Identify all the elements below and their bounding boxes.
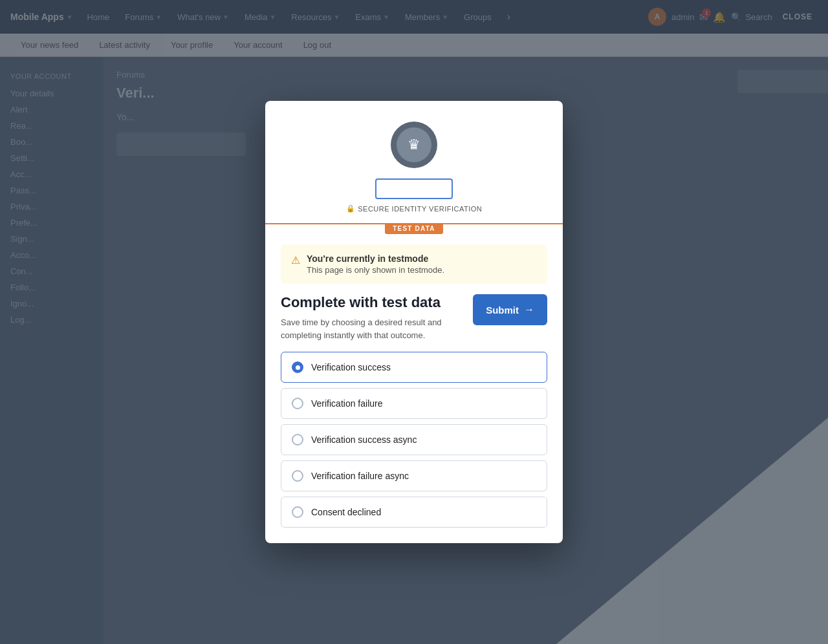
complete-desc: Save time by choosing a desired result a… [281,316,465,341]
warning-icon: ⚠ [291,254,300,266]
secure-label: 🔒 SECURE IDENTITY VERIFICATION [346,204,483,213]
modal-overlay: ♛ 🔒 SECURE IDENTITY VERIFICATION TEST DA… [0,0,828,644]
warning-box: ⚠ You're currently in testmode This page… [281,244,547,284]
radio-option-5[interactable]: Consent declined [281,497,547,528]
verification-input[interactable] [375,178,453,199]
radio-label-2: Verification failure [311,398,383,409]
radio-option-2[interactable]: Verification failure [281,388,547,419]
complete-text: Complete with test data Save time by cho… [281,294,465,341]
test-badge: TEST DATA [385,223,442,234]
warning-subtitle: This page is only shown in testmode. [307,265,444,275]
radio-circle-5 [292,506,303,518]
radio-circle-1 [292,361,303,373]
modal-logo-inner: ♛ [397,127,431,162]
radio-circle-3 [292,434,303,445]
modal-logo: ♛ [391,122,437,168]
warning-text: You're currently in testmode This page i… [307,253,444,275]
submit-button[interactable]: Submit → [473,294,547,325]
lock-icon: 🔒 [346,204,356,213]
radio-option-3[interactable]: Verification success async [281,424,547,455]
radio-circle-4 [292,470,303,482]
modal: ♛ 🔒 SECURE IDENTITY VERIFICATION TEST DA… [265,101,563,543]
submit-arrow-icon: → [524,304,534,316]
radio-option-1[interactable]: Verification success [281,352,547,383]
radio-option-4[interactable]: Verification failure async [281,460,547,491]
complete-title: Complete with test data [281,294,465,311]
radio-label-4: Verification failure async [311,471,409,481]
radio-label-1: Verification success [311,362,391,372]
warning-title: You're currently in testmode [307,253,444,264]
radio-circle-2 [292,398,303,409]
submit-label: Submit [486,305,519,316]
radio-dot-1 [296,365,300,370]
radio-label-3: Verification success async [311,435,417,445]
modal-header: ♛ 🔒 SECURE IDENTITY VERIFICATION [265,101,563,223]
radio-options: Verification success Verification failur… [265,352,563,543]
complete-section: Complete with test data Save time by cho… [265,294,563,352]
test-badge-wrap: TEST DATA [265,224,563,234]
radio-label-5: Consent declined [311,507,381,517]
crown-icon: ♛ [408,136,420,153]
